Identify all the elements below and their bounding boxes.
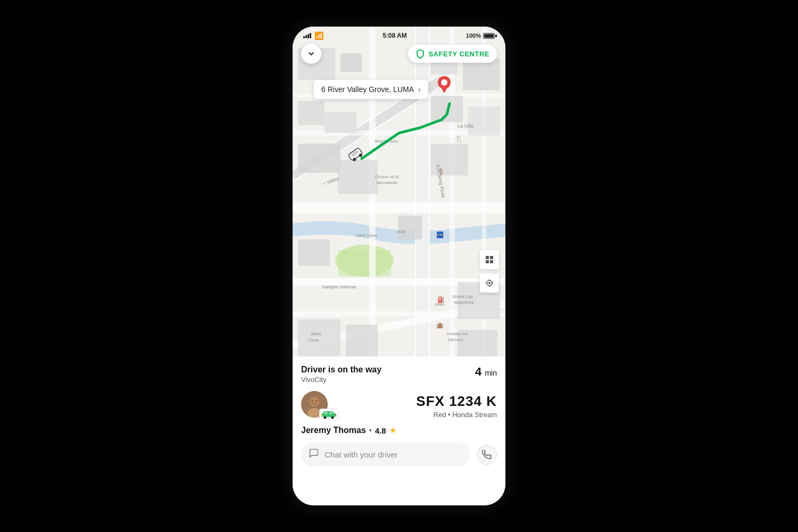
svg-rect-8 (298, 101, 325, 125)
svg-text:Shell: Shell (435, 302, 444, 307)
vehicle-info: SFX 1234 K Red • Honda Stream (416, 393, 497, 419)
chat-placeholder-text: Chat with your driver (325, 450, 462, 459)
svg-rect-52 (490, 256, 493, 259)
svg-text:⛪: ⛪ (437, 167, 445, 174)
safety-centre-button[interactable]: SAFETY CENTRE (408, 45, 497, 63)
driver-separator: • (369, 426, 372, 435)
driver-rating: 4.8 (375, 426, 386, 435)
map-controls (480, 250, 499, 293)
svg-text:🏨: 🏨 (436, 321, 444, 329)
svg-text:UOB: UOB (396, 229, 405, 234)
svg-text:La Villa: La Villa (458, 123, 473, 129)
driver-name-row: Jeremy Thomas • 4.8 ★ (301, 426, 497, 435)
svg-rect-16 (298, 239, 330, 266)
star-icon: ★ (389, 426, 396, 435)
status-signal: 📶 (303, 31, 323, 40)
car-icon-wrap: + (319, 409, 338, 420)
svg-rect-54 (490, 260, 493, 263)
svg-point-56 (488, 282, 491, 284)
svg-rect-72 (329, 412, 332, 414)
collapse-button[interactable] (301, 44, 321, 64)
svg-rect-5 (293, 202, 505, 213)
destination-text: 6 River Valley Grove, LUMA (321, 85, 414, 94)
svg-rect-14 (468, 106, 500, 136)
svg-point-65 (312, 401, 313, 402)
grid-control-button[interactable] (480, 250, 499, 269)
svg-text:Bernadette: Bernadette (377, 180, 398, 185)
svg-text:(Atrium): (Atrium) (448, 337, 463, 342)
svg-point-73 (321, 414, 323, 416)
chat-bubble-icon (309, 448, 319, 461)
svg-text:Clinic: Clinic (309, 338, 319, 343)
driver-name: Jeremy Thomas (301, 426, 366, 435)
svg-text:Basic: Basic (311, 331, 322, 336)
phone-call-button[interactable] (477, 445, 497, 465)
svg-rect-9 (325, 112, 356, 133)
svg-rect-21 (338, 160, 378, 194)
map-area: r Valley Kim Seng Road ndra Canal Ganges… (293, 27, 505, 367)
svg-rect-22 (398, 215, 422, 239)
svg-text:⛽: ⛽ (437, 296, 445, 303)
svg-text:Church of St: Church of St (375, 174, 399, 179)
svg-point-64 (310, 397, 319, 406)
safety-centre-label: SAFETY CENTRE (428, 50, 489, 58)
chat-bar[interactable]: Chat with your driver (301, 443, 469, 467)
svg-point-66 (316, 401, 318, 402)
trip-status-row: Driver is on the way VivoCity 4 min (301, 365, 497, 384)
bottom-panel: Driver is on the way VivoCity 4 min (293, 356, 505, 505)
status-bar: 📶 5:08 AM 100% (293, 27, 505, 41)
map-top-overlay: SAFETY CENTRE (293, 44, 505, 64)
driver-info-row: + SFX 1234 K Red • Honda Stream (301, 391, 497, 420)
svg-text:🍴: 🍴 (455, 134, 464, 143)
svg-rect-53 (486, 260, 489, 263)
svg-text:ndra Canal: ndra Canal (356, 233, 377, 238)
status-battery: 100% (466, 32, 495, 39)
driver-avatar-wrap: + (301, 391, 338, 420)
svg-text:Holiday Inn: Holiday Inn (447, 331, 468, 336)
trip-eta: 4 min (475, 365, 497, 379)
svg-text:🏧: 🏧 (436, 231, 444, 238)
svg-rect-10 (298, 144, 340, 173)
svg-rect-51 (486, 256, 489, 259)
status-time: 5:08 AM (383, 32, 407, 39)
trip-status-label: Driver is on the way (301, 365, 381, 375)
svg-rect-2 (338, 250, 391, 277)
destination-tooltip[interactable]: 6 River Valley Grove, LUMA › (314, 80, 428, 99)
svg-text:Waterfront: Waterfront (454, 300, 474, 305)
trip-pickup: VivoCity (301, 376, 381, 384)
svg-rect-17 (298, 319, 340, 356)
svg-rect-18 (346, 325, 378, 359)
locate-control-button[interactable] (480, 273, 499, 293)
svg-point-74 (335, 414, 337, 416)
svg-text:Grand Cop: Grand Cop (452, 294, 473, 299)
plate-number: SFX 1234 K (416, 393, 497, 410)
chevron-right-icon: › (418, 85, 421, 94)
phone-frame: 📶 5:08 AM 100% (293, 27, 505, 505)
svg-point-40 (441, 79, 447, 86)
svg-text:Ganges Avenue: Ganges Avenue (322, 284, 356, 289)
vehicle-desc: Red • Honda Stream (416, 411, 497, 419)
